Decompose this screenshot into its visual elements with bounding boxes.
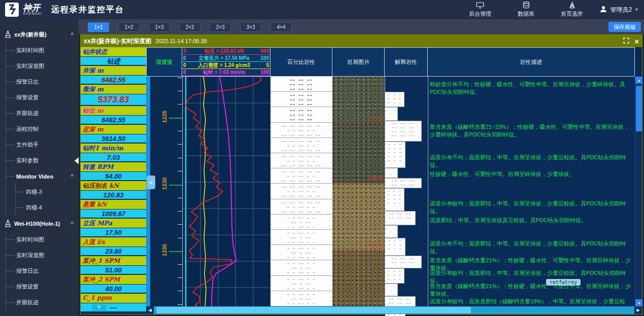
interpreted-lithology-block: ─ ─ ── ─ ── ─ ─ <box>385 92 404 107</box>
tree-item[interactable]: 报警设置 <box>6 279 79 295</box>
top-navbar: 神开 SHENKAI 远程录井监控平台 后台管理 数据库 首页选井 管理员 <box>0 0 644 19</box>
tree-item[interactable]: 实时时间图 <box>6 232 79 248</box>
layout-button-4x4[interactable]: 4×4 <box>270 22 292 32</box>
tree-item[interactable]: 井眼轨迹 <box>6 295 79 310</box>
depth-tick <box>178 131 182 131</box>
tree-item[interactable]: 远程控制 <box>6 121 79 137</box>
collapse-caret-icon[interactable]: ^ <box>71 32 74 38</box>
scroll-right-icon[interactable]: ▶ <box>634 306 642 314</box>
scroll-up-icon[interactable]: ▲ <box>635 77 642 84</box>
param-label: 钻时1 min/m <box>81 144 146 153</box>
nav-backend-management[interactable]: 后台管理 <box>469 2 491 18</box>
collapse-params-button[interactable]: < <box>147 175 155 189</box>
tree-item-label: 文件助手 <box>16 141 39 149</box>
lithology-percent-row: ══ ══ ════ ══ ════ ══ ══ <box>270 92 332 107</box>
window-titlebar[interactable]: xx井(新井眼)-实时深度图 2022-11-14 17:05:39 × <box>81 35 642 47</box>
shenkai-logo-icon <box>5 3 19 17</box>
layout-button-2x3[interactable]: 2×3 <box>210 22 231 32</box>
derrick-icon <box>569 2 575 10</box>
window-timestamp: 2022-11-14 17:05:39 <box>155 38 207 44</box>
param-label: 井深 m <box>81 66 146 76</box>
app-title: 远程录井监控平台 <box>51 5 124 15</box>
layout-button-1x3[interactable]: 1×3 <box>149 22 170 32</box>
param-value: 40.00 <box>81 285 146 294</box>
layout-button-2x2[interactable]: 2×2 <box>179 22 200 32</box>
layout-button-1x2[interactable]: 1×2 <box>118 22 140 32</box>
brand: 神开 SHENKAI <box>0 3 42 17</box>
lithology-percent-row: ─ ─ ── ─ ─── ─ ─── ─ ── ─ ─ <box>270 291 332 306</box>
user-menu[interactable]: 管理员2 ▼ <box>599 0 639 19</box>
collapse-caret-icon[interactable]: ^ <box>71 221 74 227</box>
legend-max: 5 <box>256 62 269 68</box>
lithology-description: 富含灰质（碳酸钙含量21~23%）；性较硬，吸水性、可塑性中等。岩屑呈块状，少量… <box>430 123 633 138</box>
tree-well[interactable]: xx井(新井眼)^ <box>0 26 79 43</box>
layout-button-1x1[interactable]: 1×1 <box>88 22 109 32</box>
tree-item-label: 实时参数 <box>16 157 39 164</box>
scroll-down-icon[interactable]: ▼ <box>635 299 642 306</box>
depth-label: 1230 <box>161 178 167 190</box>
param-value: 51.00 <box>81 266 146 275</box>
param-dropdown-icon[interactable]: ▽ <box>92 304 106 311</box>
depth-tick <box>178 104 182 104</box>
param-value: 6482.55 <box>81 116 146 125</box>
interpreted-lithology-block: ─ ─ ── ─ ── ─ ── ─ ─ <box>385 188 404 211</box>
tree-group[interactable]: Monitor Video^ <box>6 168 79 184</box>
lithology-description: 性较硬，吸水性、可塑性中等。岩屑呈碎块状，少量块状。 <box>430 170 633 178</box>
save-template-button[interactable]: 保存模板 <box>608 22 641 32</box>
nav-well-select[interactable]: 首页选井 <box>561 2 583 18</box>
lithology-percent-row: ── ── ── ── ─── ─ ── ─ ─── ── ── ── ── <box>270 168 332 184</box>
tree-well[interactable]: Wei-H100(Hole-1)^ <box>0 216 79 232</box>
tree-item[interactable]: 实时深度图 <box>6 248 79 263</box>
layout-button-3x3[interactable]: 3×3 <box>240 22 261 32</box>
legend-min: 0 <box>183 69 192 76</box>
depth-tick <box>178 211 182 212</box>
photo-depth-annotation: 5130.65 <box>368 175 383 180</box>
tree-item[interactable]: 报警日志 <box>6 263 79 279</box>
tree-item[interactable]: 报警设置 <box>6 90 79 106</box>
well-name: xx井(新井眼) <box>14 31 47 39</box>
collapse-caret-icon[interactable]: ^ <box>71 173 74 179</box>
legend-row: 0立管压力 = 17.50 MPa100 <box>182 55 270 62</box>
cuttings-photo-section <box>332 123 385 183</box>
tree-item[interactable]: 报警日志 <box>6 74 79 90</box>
lithology-description-column: 粉砂质分布不均；性较硬，吸水性、可塑性中等。岩屑呈块状，少量碎块状。具PDC钻头… <box>428 77 635 306</box>
lithology-description: 富含灰质（碳酸钙含量21%）；性较硬，吸水性、可塑性中等。岩屑呈碎块状，少量块状… <box>430 283 633 298</box>
nav-database[interactable]: 数据库 <box>518 2 534 18</box>
lithology-description: 泥质分布较均：泥灰质胶结（碳酸钙含量18%），中等。岩屑呈块状，少量豆粒状。具P… <box>430 298 633 306</box>
legend-min: 0 <box>183 55 192 61</box>
fullscreen-icon[interactable] <box>623 37 629 46</box>
sidebar-collapse-handle[interactable] <box>75 157 79 164</box>
lithology-percent-row: ══ ══ ════ ══ ════ ══ ══ <box>270 107 332 122</box>
depth-tick <box>178 238 182 238</box>
legend-text: 入口密度 = 1.24 g/cm3 <box>192 62 256 68</box>
close-icon[interactable]: × <box>634 38 639 45</box>
scroll-left-icon[interactable]: ◀ <box>146 306 154 314</box>
depth-log-window: xx井(新井眼)-实时深度图 2022-11-14 17:05:39 × 钻井状… <box>80 34 642 314</box>
lithology-percent-row: ─ ─ ── ─ ─── ─ ─── ─ ── ─ ─ <box>270 230 332 245</box>
lithology-percent-row: ─ ─ ── ─ ─── ─ ─── ─ ── ─ ─ <box>270 260 332 275</box>
param-label: 钻压别名 kN <box>81 181 146 191</box>
well-name: Wei-H100(Hole-1) <box>14 221 60 227</box>
tree-item-label: 实时时间图 <box>16 47 44 54</box>
curve-track <box>182 77 270 306</box>
horizontal-scrollbar[interactable]: ◀ ▶ <box>146 306 642 314</box>
tree-item[interactable]: 文件助手 <box>6 137 79 153</box>
vertical-scrollbar[interactable]: ▲ ▼ <box>635 77 642 306</box>
horizontal-scroll-thumb[interactable] <box>156 307 471 313</box>
lithology-description: 泥质分布较均；泥质胶结，中等。岩屑呈块状，少量豆粒状。具PDC钻头切削特征。 <box>430 200 633 215</box>
panel-splitter[interactable] <box>146 77 150 306</box>
vertical-scroll-thumb[interactable] <box>636 86 642 131</box>
tree-item[interactable]: 实时参数 <box>6 153 79 168</box>
tree-item-label: 实时深度图 <box>16 252 44 259</box>
brand-name-cn: 神开 <box>23 5 42 12</box>
tree-item[interactable]: 四楼-4 <box>16 200 79 216</box>
depth-label: 1235 <box>161 244 167 256</box>
tree-item-label: 报警设置 <box>16 94 39 101</box>
tree-children: 四楼-3四楼-4 <box>15 184 79 216</box>
param-value: ---▽ <box>81 303 146 312</box>
tree-item[interactable]: 井眼轨迹 <box>6 106 79 121</box>
tree-item[interactable]: 实时时间图 <box>6 43 79 58</box>
tree-item[interactable]: 四楼-3 <box>16 184 79 200</box>
depth-axis: 122512301235 <box>146 77 182 306</box>
tree-item[interactable]: 实时深度图 <box>6 58 79 74</box>
